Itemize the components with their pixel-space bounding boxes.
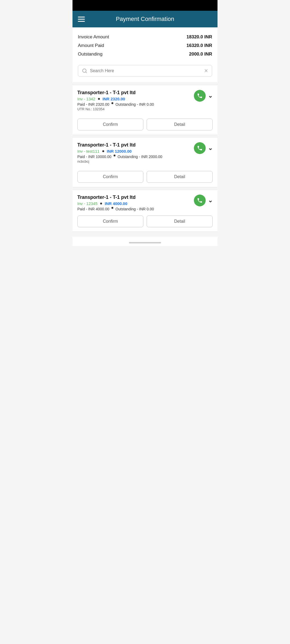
search-input[interactable] [90, 68, 201, 73]
paid-outstanding-row: Paid - INR 10000.00 Outstanding - INR 20… [77, 155, 194, 159]
card-title: Transporter-1 - T-1 pvt ltd [77, 195, 194, 200]
detail-button[interactable]: Detail [147, 171, 213, 183]
dot-separator [111, 102, 113, 104]
card-info: Transporter-1 - T-1 pvt ltd Inv - test11… [77, 142, 194, 167]
summary-section: Invoice Amount 18320.0 INR Amount Paid 1… [73, 27, 218, 61]
phone-icon [197, 197, 203, 203]
call-button[interactable] [194, 142, 206, 154]
inv-row: Inv - test111 INR 12000.00 [77, 149, 194, 153]
inv-row: Inv - 12345 INR 4000.00 [77, 201, 194, 206]
chevron-down-icon[interactable]: ⌄ [208, 92, 213, 99]
outstanding-value: 2000.0 INR [189, 52, 212, 57]
utr-text: ncbcbcj [77, 159, 194, 163]
detail-button[interactable]: Detail [147, 119, 213, 130]
inv-number: Inv - test111 [77, 149, 100, 153]
phone-icon [197, 93, 203, 99]
inv-amount: INR 4000.00 [105, 201, 127, 206]
bottom-indicator [129, 242, 161, 243]
dot-separator [102, 150, 104, 152]
card-header: Transporter-1 - T-1 pvt ltd Inv - test11… [77, 142, 213, 167]
paid-outstanding-row: Paid - INR 4000.00 Outstanding - INR 0.0… [77, 207, 194, 211]
dot-separator [111, 207, 113, 209]
confirm-button[interactable]: Confirm [77, 215, 143, 227]
dot-separator [114, 155, 115, 156]
payment-card: Transporter-1 - T-1 pvt ltd Inv - 12345 … [73, 189, 218, 232]
page-title: Payment Confirmation [90, 16, 200, 23]
inv-row: Inv - 1342 INR 2320.00 [77, 97, 194, 101]
outstanding-label: Outstanding [78, 52, 103, 57]
outstanding-text: Outstanding - INR 0.00 [115, 207, 154, 211]
chevron-down-icon[interactable]: ⌄ [208, 145, 213, 152]
confirm-button[interactable]: Confirm [77, 119, 143, 130]
utr-text: UTR No.: 132354 [77, 107, 194, 111]
outstanding-text: Outstanding - INR 2000.00 [118, 155, 162, 159]
inv-amount: INR 12000.00 [107, 149, 132, 153]
inv-amount: INR 2320.00 [103, 97, 125, 101]
inv-number: Inv - 12345 [77, 201, 97, 206]
card-buttons: Confirm Detail [77, 171, 213, 183]
outstanding-text: Outstanding - INR 0.00 [115, 102, 154, 107]
paid-outstanding-row: Paid - INR 2320.00 Outstanding - INR 0.0… [77, 102, 194, 107]
amount-paid-label: Amount Paid [78, 43, 104, 48]
search-icon [82, 68, 87, 74]
phone-icon [197, 145, 203, 151]
dot-separator [98, 98, 100, 100]
paid-text: Paid - INR 2320.00 [77, 102, 109, 107]
summary-row-outstanding: Outstanding 2000.0 INR [78, 50, 212, 58]
card-title: Transporter-1 - T-1 pvt ltd [77, 142, 194, 148]
card-title: Transporter-1 - T-1 pvt ltd [77, 90, 194, 96]
amount-paid-value: 16320.0 INR [187, 43, 212, 48]
status-bar [73, 0, 218, 11]
call-button[interactable] [194, 195, 206, 206]
invoice-amount-value: 18320.0 INR [187, 34, 212, 40]
payment-card: Transporter-1 - T-1 pvt ltd Inv - test11… [73, 137, 218, 187]
card-info: Transporter-1 - T-1 pvt ltd Inv - 12345 … [77, 195, 194, 212]
paid-text: Paid - INR 10000.00 [77, 155, 111, 159]
card-info: Transporter-1 - T-1 pvt ltd Inv - 1342 I… [77, 90, 194, 115]
search-bar: ✕ [78, 65, 212, 77]
summary-row-invoice: Invoice Amount 18320.0 INR [78, 33, 212, 41]
card-buttons: Confirm Detail [77, 119, 213, 130]
dot-separator [100, 203, 102, 204]
card-buttons: Confirm Detail [77, 215, 213, 227]
card-actions: ⌄ [194, 195, 213, 206]
hamburger-menu-button[interactable] [78, 17, 85, 22]
detail-button[interactable]: Detail [147, 215, 213, 227]
invoice-amount-label: Invoice Amount [78, 34, 109, 40]
clear-search-icon[interactable]: ✕ [204, 68, 208, 74]
call-button[interactable] [194, 90, 206, 102]
card-header: Transporter-1 - T-1 pvt ltd Inv - 1342 I… [77, 90, 213, 115]
inv-number: Inv - 1342 [77, 97, 95, 101]
payment-card: Transporter-1 - T-1 pvt ltd Inv - 1342 I… [73, 85, 218, 135]
summary-row-paid: Amount Paid 16320.0 INR [78, 41, 212, 50]
confirm-button[interactable]: Confirm [77, 171, 143, 183]
cards-section: Transporter-1 - T-1 pvt ltd Inv - 1342 I… [73, 82, 218, 237]
card-header: Transporter-1 - T-1 pvt ltd Inv - 12345 … [77, 195, 213, 212]
paid-text: Paid - INR 4000.00 [77, 207, 109, 211]
bottom-bar [73, 237, 218, 246]
svg-line-1 [86, 72, 87, 73]
card-actions: ⌄ [194, 142, 213, 154]
header: Payment Confirmation [73, 11, 218, 27]
card-actions: ⌄ [194, 90, 213, 102]
chevron-down-icon[interactable]: ⌄ [208, 197, 213, 204]
search-section: ✕ [73, 61, 218, 82]
